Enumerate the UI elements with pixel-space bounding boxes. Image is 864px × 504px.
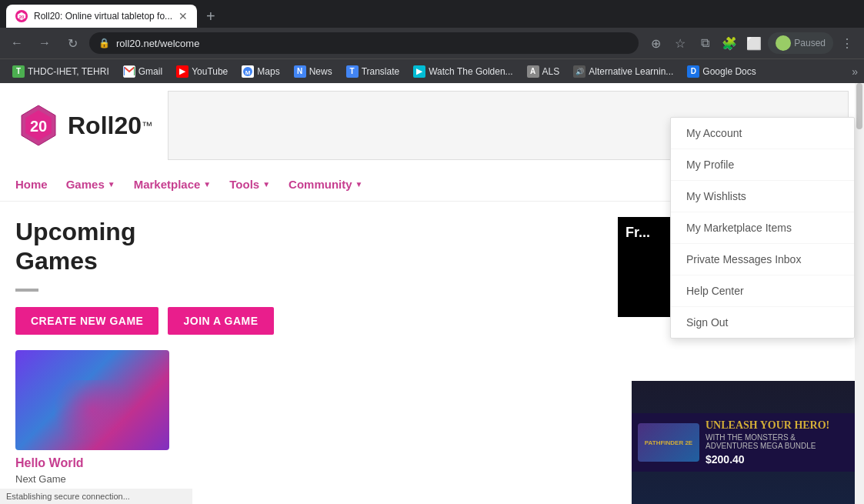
bookmark-label-gdocs: Google Docs bbox=[702, 66, 756, 77]
cast-icon[interactable]: ⊕ bbox=[645, 32, 666, 54]
dropdown-menu: My Account My Profile My Wishlists My Ma… bbox=[670, 117, 855, 339]
sign-out-label: Sign Out bbox=[686, 316, 728, 329]
bookmark-label-gmail: Gmail bbox=[138, 66, 162, 77]
marketplace-label: Marketplace bbox=[134, 178, 201, 191]
status-text: Establishing secure connection... bbox=[6, 492, 130, 501]
paused-label: Paused bbox=[794, 38, 826, 48]
active-tab[interactable]: 20 Roll20: Online virtual tabletop fo...… bbox=[6, 5, 197, 28]
promo-header: PATHFINDER 2E UNLEASH YOUR HERO! WITH TH… bbox=[632, 413, 855, 472]
news-icon: N bbox=[294, 65, 306, 78]
my-profile-label: My Profile bbox=[686, 159, 734, 171]
dropdown-item-private-messages[interactable]: Private Messages Inbox bbox=[671, 244, 854, 275]
promo-image[interactable]: PATHFINDER 2E UNLEASH YOUR HERO! WITH TH… bbox=[632, 381, 855, 504]
browser-chrome: 20 Roll20: Online virtual tabletop fo...… bbox=[0, 0, 864, 83]
community-arrow-icon: ▼ bbox=[355, 180, 363, 189]
community-label: Community bbox=[289, 178, 352, 191]
address-bar[interactable]: 🔒 roll20.net/welcome bbox=[89, 32, 639, 54]
bookmark-label-translate: Translate bbox=[362, 66, 400, 77]
scrollbar-thumb[interactable] bbox=[856, 83, 862, 129]
dropdown-item-my-profile[interactable]: My Profile bbox=[671, 149, 854, 181]
page-content: 20 Roll20™ Upgrade to remove ads ▶ Home … bbox=[0, 83, 864, 504]
bookmark-icon[interactable]: ☆ bbox=[669, 32, 691, 54]
dropdown-item-sign-out[interactable]: Sign Out bbox=[671, 307, 854, 338]
more-options-icon[interactable]: ⋮ bbox=[836, 32, 858, 54]
bookmark-news[interactable]: N News bbox=[288, 63, 339, 80]
forward-button[interactable]: → bbox=[34, 32, 55, 54]
bookmark-als[interactable]: A ALS bbox=[521, 63, 566, 80]
tab-bar: 20 Roll20: Online virtual tabletop fo...… bbox=[0, 0, 864, 28]
window-icon[interactable]: ⬜ bbox=[743, 32, 765, 54]
bookmarks-more-icon[interactable]: » bbox=[852, 65, 858, 78]
svg-text:20: 20 bbox=[19, 15, 25, 19]
als-icon: A bbox=[527, 65, 539, 78]
roll20-logo: 20 Roll20™ bbox=[15, 102, 152, 149]
page-heading: Upcoming Games bbox=[15, 217, 602, 276]
game-next-label: Next Game bbox=[15, 473, 169, 485]
my-marketplace-items-label: My Marketplace Items bbox=[686, 222, 792, 234]
address-bar-row: ← → ↻ 🔒 roll20.net/welcome ⊕ ☆ ⧉ 🧩 ⬜ Pau… bbox=[0, 28, 864, 58]
promo-book-thumb: PATHFINDER 2E bbox=[638, 423, 699, 462]
youtube-icon: ▶ bbox=[176, 65, 188, 78]
avatar bbox=[776, 35, 791, 51]
nav-community[interactable]: Community ▼ bbox=[289, 170, 362, 199]
nav-games[interactable]: Games ▼ bbox=[66, 170, 115, 199]
my-wishlists-label: My Wishlists bbox=[686, 190, 746, 202]
promo-title: UNLEASH YOUR HERO! bbox=[706, 419, 849, 432]
promo-bundle-text: WITH THE MONSTERS & ADVENTURES MEGA BUND… bbox=[706, 433, 849, 450]
profile-paused-button[interactable]: Paused bbox=[768, 32, 833, 54]
help-center-label: Help Center bbox=[686, 285, 744, 297]
bookmark-thdc[interactable]: T THDC-IHET, TEHRI bbox=[6, 63, 115, 80]
logo-text: Roll20 bbox=[68, 112, 142, 139]
games-label: Games bbox=[66, 178, 105, 191]
svg-text:M: M bbox=[245, 69, 251, 76]
bookmark-maps[interactable]: M Maps bbox=[235, 63, 285, 80]
tab-close-button[interactable]: ✕ bbox=[178, 10, 188, 22]
logo-tm: ™ bbox=[142, 118, 152, 131]
game-card: Hello World Next Game bbox=[15, 350, 169, 485]
thdc-icon: T bbox=[12, 65, 25, 78]
new-tab-button[interactable]: + bbox=[200, 8, 222, 25]
bookmark-label-thdc: THDC-IHET, TEHRI bbox=[28, 66, 109, 77]
gmail-icon bbox=[123, 65, 135, 78]
dropdown-item-my-marketplace-items[interactable]: My Marketplace Items bbox=[671, 212, 854, 244]
dropdown-item-my-wishlists[interactable]: My Wishlists bbox=[671, 181, 854, 212]
left-content: Upcoming Games CREATE NEW GAME JOIN A GA… bbox=[15, 217, 602, 485]
private-messages-label: Private Messages Inbox bbox=[686, 253, 801, 265]
bookmark-label-youtube: YouTube bbox=[192, 66, 228, 77]
bookmark-watch[interactable]: ▶ Watch The Golden... bbox=[407, 63, 519, 80]
home-label: Home bbox=[15, 178, 48, 191]
extension-icon[interactable]: ⧉ bbox=[694, 32, 716, 54]
scrollbar[interactable] bbox=[855, 83, 864, 504]
svg-text:20: 20 bbox=[30, 118, 47, 135]
bookmarks-bar: T THDC-IHET, TEHRI Gmail ▶ YouTube M Map… bbox=[0, 58, 864, 83]
promo-price: $200.40 bbox=[706, 453, 849, 466]
bookmark-gdocs[interactable]: D Google Docs bbox=[681, 63, 762, 80]
game-title[interactable]: Hello World bbox=[15, 456, 169, 470]
nav-marketplace[interactable]: Marketplace ▼ bbox=[134, 170, 212, 199]
nav-home[interactable]: Home bbox=[15, 170, 48, 199]
dropdown-item-my-account[interactable]: My Account bbox=[671, 118, 854, 149]
logo-text-group: Roll20™ bbox=[68, 112, 152, 140]
dropdown-item-help-center[interactable]: Help Center bbox=[671, 275, 854, 307]
logo-icon: 20 bbox=[15, 102, 62, 149]
heading-divider bbox=[15, 289, 38, 292]
create-new-game-button[interactable]: CREATE NEW GAME bbox=[15, 307, 158, 335]
status-bar: Establishing secure connection... bbox=[0, 489, 192, 504]
back-button[interactable]: ← bbox=[6, 32, 28, 54]
puzzle-icon[interactable]: 🧩 bbox=[719, 32, 740, 54]
join-a-game-button[interactable]: JOIN A GAME bbox=[168, 307, 273, 335]
tools-arrow-icon: ▼ bbox=[262, 180, 270, 189]
bookmark-translate[interactable]: T Translate bbox=[340, 63, 406, 80]
tab-favicon: 20 bbox=[15, 10, 28, 22]
my-account-label: My Account bbox=[686, 127, 742, 139]
watch-icon: ▶ bbox=[413, 65, 425, 78]
bookmark-alt-learning[interactable]: 🔊 Alternative Learnin... bbox=[567, 63, 679, 80]
bookmark-label-watch: Watch The Golden... bbox=[429, 66, 512, 77]
nav-tools[interactable]: Tools ▼ bbox=[229, 170, 270, 199]
bookmark-gmail[interactable]: Gmail bbox=[117, 63, 168, 80]
promo-text-area: UNLEASH YOUR HERO! WITH THE MONSTERS & A… bbox=[699, 419, 849, 466]
lock-icon: 🔒 bbox=[98, 38, 110, 48]
marketplace-arrow-icon: ▼ bbox=[203, 180, 211, 189]
reload-button[interactable]: ↻ bbox=[62, 32, 83, 54]
bookmark-youtube[interactable]: ▶ YouTube bbox=[170, 63, 234, 80]
